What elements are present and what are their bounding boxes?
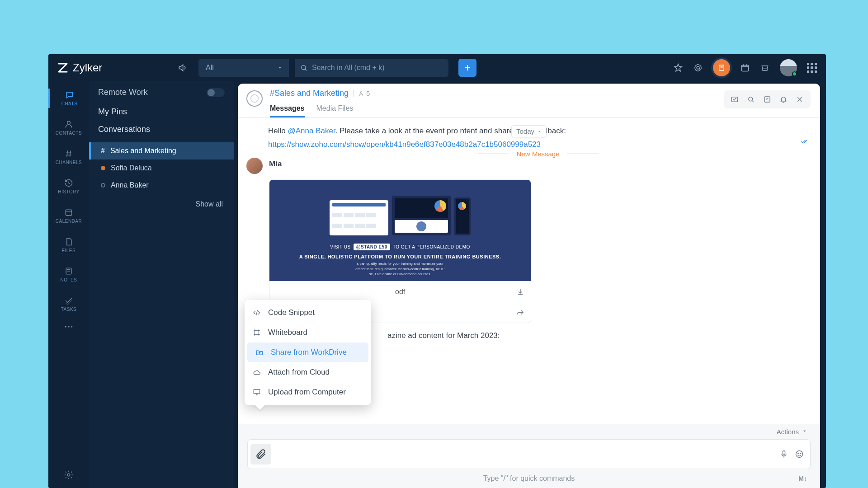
svg-point-1: [697, 66, 699, 69]
conversation-item-sales[interactable]: # Sales and Marketing: [89, 142, 234, 160]
monitor-icon: [253, 388, 262, 396]
brand-name: Zylker: [73, 61, 102, 74]
attach-button[interactable]: [250, 444, 271, 465]
close-icon[interactable]: [793, 93, 806, 106]
menu-whiteboard[interactable]: Whiteboard: [245, 323, 371, 343]
tab-media[interactable]: Media Files: [316, 101, 354, 117]
svg-point-8: [68, 326, 69, 327]
rail-calendar[interactable]: CALENDAR: [48, 206, 89, 225]
show-all-link[interactable]: Show all: [89, 194, 234, 215]
brand-logo-icon: [57, 62, 68, 73]
cloud-icon: [253, 368, 262, 376]
svg-point-10: [67, 474, 70, 476]
check-icon: [48, 296, 89, 305]
date-pill[interactable]: Today: [511, 125, 547, 137]
org-badge[interactable]: [713, 59, 730, 76]
message-link[interactable]: https://show.zoho.com/show/open/kb41n9e6…: [268, 139, 808, 150]
topbar: Zylker All Search in All (cmd + k): [48, 54, 826, 81]
download-icon[interactable]: [516, 288, 524, 296]
mentions-icon[interactable]: [693, 63, 703, 73]
read-receipt-icon: [801, 139, 809, 144]
member-count[interactable]: 5: [353, 89, 370, 97]
history-icon: [48, 178, 89, 188]
message-block: Mia: [246, 158, 808, 174]
conversation-item-sofia[interactable]: Sofia Deluca: [89, 160, 234, 177]
svg-rect-5: [66, 210, 71, 216]
svg-point-14: [749, 97, 753, 101]
rail-more[interactable]: [48, 324, 89, 330]
conversations-title[interactable]: Conversations: [89, 125, 234, 134]
mention-link[interactable]: @Anna Baker: [288, 127, 335, 135]
presence-dot-icon: [792, 71, 797, 76]
conversation-item-anna[interactable]: Anna Baker: [89, 177, 234, 194]
sound-icon[interactable]: [176, 63, 189, 72]
star-icon[interactable]: [673, 63, 683, 73]
person-icon: [48, 120, 89, 129]
channel-title[interactable]: #Sales and Marketing: [270, 89, 349, 98]
notifications-icon[interactable]: [777, 93, 790, 106]
svg-point-18: [796, 451, 803, 458]
markdown-toggle[interactable]: M↓: [798, 475, 807, 482]
calendar-icon[interactable]: [740, 63, 750, 73]
quick-commands-hint: Type "/" for quick commands M↓: [247, 469, 811, 488]
scope-filter-dropdown[interactable]: All: [198, 59, 289, 77]
sender-avatar[interactable]: [246, 158, 263, 174]
reply-panel-icon[interactable]: [728, 93, 741, 106]
message-input[interactable]: [247, 439, 811, 469]
menu-code-snippet[interactable]: Code Snippet: [245, 303, 371, 323]
emoji-icon[interactable]: [795, 450, 804, 459]
svg-rect-3: [742, 65, 749, 71]
svg-point-19: [798, 453, 799, 454]
rail-contacts[interactable]: CONTACTS: [48, 118, 89, 137]
remote-work-toggle[interactable]: [207, 88, 225, 97]
my-pins-title[interactable]: My Pins: [89, 107, 234, 117]
chevron-down-icon: [802, 428, 808, 434]
svg-point-4: [67, 121, 71, 124]
forward-icon[interactable]: [516, 309, 524, 317]
divider-line: [567, 154, 599, 154]
rail-history[interactable]: HISTORY: [48, 177, 89, 196]
conversation-label: Sofia Deluca: [111, 164, 152, 172]
rail-chats[interactable]: CHATS: [48, 89, 89, 108]
rail-notes[interactable]: NOTES: [48, 265, 89, 284]
svg-point-0: [302, 66, 306, 70]
rail-label: CONTACTS: [48, 131, 89, 136]
channel-avatar[interactable]: [246, 90, 263, 107]
tab-messages[interactable]: Messages: [270, 101, 305, 117]
conversation-label: Anna Baker: [111, 181, 149, 189]
search-input[interactable]: Search in All (cmd + k): [295, 59, 448, 77]
svg-rect-17: [783, 451, 785, 455]
bookmark-icon[interactable]: [761, 93, 774, 106]
presence-offline-icon: [101, 183, 105, 188]
store-icon[interactable]: [760, 63, 770, 73]
search-in-chat-icon[interactable]: [745, 93, 757, 106]
rail-files[interactable]: FILES: [48, 235, 89, 255]
conversation-label: Sales and Marketing: [110, 147, 176, 155]
rail-channels[interactable]: CHANNELS: [48, 147, 89, 167]
hash-icon: #: [101, 147, 105, 155]
user-avatar[interactable]: [780, 59, 797, 76]
menu-upload-computer[interactable]: Upload from Computer: [245, 382, 371, 402]
rail-tasks[interactable]: TASKS: [48, 294, 89, 314]
presence-busy-icon: [101, 166, 105, 170]
menu-attach-cloud[interactable]: Attach from Cloud: [245, 362, 371, 382]
calendar-icon: [48, 208, 89, 217]
menu-share-workdrive[interactable]: Share from WorkDrive: [247, 343, 368, 362]
rail-label: NOTES: [48, 277, 89, 282]
frame-icon: [253, 328, 262, 337]
folder-share-icon: [255, 348, 264, 357]
mic-icon[interactable]: [779, 450, 788, 459]
brand: Zylker: [57, 61, 170, 74]
attach-menu: Code Snippet Whiteboard Share from WorkD…: [245, 300, 371, 405]
actions-dropdown[interactable]: Actions: [247, 424, 811, 439]
svg-rect-16: [254, 389, 260, 394]
add-button[interactable]: [458, 59, 476, 77]
svg-point-20: [800, 453, 801, 454]
gear-icon: [64, 470, 74, 480]
settings-button[interactable]: [64, 470, 74, 480]
header-actions: [724, 90, 811, 108]
chevron-down-icon: [277, 65, 283, 70]
search-placeholder: Search in All (cmd + k): [312, 64, 385, 72]
chat-icon: [50, 90, 89, 99]
app-launcher-icon[interactable]: [807, 63, 817, 73]
